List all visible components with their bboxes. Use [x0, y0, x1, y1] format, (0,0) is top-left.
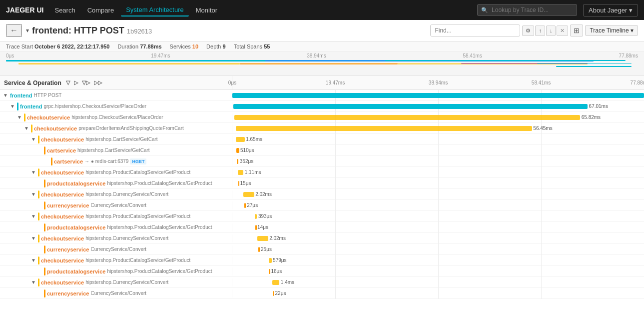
tl-tick-4: 77.88ms: [631, 80, 644, 86]
collapse-icon[interactable]: ▾: [26, 27, 29, 34]
trace-id-input[interactable]: [477, 4, 577, 16]
span-service-name: checkoutservice: [27, 114, 70, 120]
span-operation: hipstershop.CartService/GetCart: [85, 136, 158, 142]
span-label-col: ▼checkoutservicehipstershop.ProductCatal…: [0, 168, 232, 176]
span-toggle[interactable]: ▼: [23, 126, 30, 131]
find-input[interactable]: [430, 24, 520, 36]
find-prev-button[interactable]: ↑: [535, 26, 545, 36]
span-operation: hipstershop.ProductCatalogService/GetPro…: [85, 214, 190, 219]
span-operation: CurrencyService/Convert: [90, 290, 146, 296]
col-arrow-1[interactable]: ▽: [64, 78, 71, 87]
timeline-mode-button[interactable]: Trace Timeline ▾: [585, 25, 638, 36]
table-row: currencyserviceCurrencyService/Convert27…: [0, 200, 644, 211]
span-bar: [237, 159, 239, 164]
nav-system-architecture[interactable]: System Architecture: [121, 4, 189, 16]
trace-id: 1b92613: [127, 28, 152, 35]
span-toggle[interactable]: ▼: [9, 104, 16, 109]
span-bar: [258, 247, 260, 252]
col-arrow-2[interactable]: ▷: [72, 78, 79, 87]
span-duration: 1.11ms: [245, 170, 261, 175]
span-bar-col: 352μs: [232, 156, 644, 167]
nav-monitor[interactable]: Monitor: [191, 4, 222, 16]
back-button[interactable]: ←: [6, 24, 22, 37]
trace-depth: Depth 9: [206, 44, 226, 50]
span-toggle[interactable]: ▼: [30, 192, 37, 197]
span-bar: [236, 126, 532, 131]
table-row: ▼checkoutservicehipstershop.ProductCatal…: [0, 167, 644, 178]
table-row: ▼frontendgrpc.hipstershop.CheckoutServic…: [0, 101, 644, 112]
span-service-name: checkoutservice: [34, 126, 77, 132]
table-row: ▼frontendHTTP POST: [0, 90, 644, 101]
span-operation: hipstershop.CheckoutService/PlaceOrder: [71, 114, 163, 120]
span-service-name: currencyservice: [47, 202, 89, 208]
span-toggle[interactable]: ▼: [30, 280, 37, 285]
span-toggle[interactable]: ▼: [30, 236, 37, 241]
find-next-button[interactable]: ↓: [546, 26, 556, 36]
table-row: ▼checkoutservicehipstershop.ProductCatal…: [0, 211, 644, 222]
span-bar: [243, 192, 254, 197]
span-bar-col: 16μs: [232, 266, 644, 277]
span-duration: 67.01ms: [589, 104, 608, 109]
span-duration: 2.02ms: [269, 236, 286, 241]
table-row: ▼checkoutservicehipstershop.CurrencyServ…: [0, 233, 644, 244]
nav-brand: JAEGER UI: [6, 6, 43, 14]
spans-container: ▼frontendHTTP POST▼frontendgrpc.hipsters…: [0, 90, 644, 312]
about-jaeger-button[interactable]: About Jaeger ▾: [583, 4, 638, 16]
span-operation: prepareOrderItemsAndShippingQuoteFromCar…: [78, 126, 184, 131]
span-bar-col: 2.02ms: [232, 233, 644, 244]
span-bar: [255, 214, 257, 219]
span-label-col: ▼checkoutservicehipstershop.ProductCatal…: [0, 212, 232, 220]
table-row: ▼checkoutservicehipstershop.CheckoutServ…: [0, 112, 644, 123]
find-settings-button[interactable]: ⚙: [522, 26, 534, 36]
span-label-col: cartservice→ ● redis-cart:6379HGET: [0, 158, 232, 166]
col-arrow-4[interactable]: ▷▷: [92, 78, 103, 87]
nav-search[interactable]: Search: [49, 4, 80, 16]
span-tag: HGET: [130, 158, 146, 164]
span-toggle[interactable]: ▼: [30, 258, 37, 263]
span-bar: [272, 280, 280, 285]
trace-meta: Trace Start October 6 2022, 22:12:17.950…: [0, 42, 644, 52]
grid-view-button[interactable]: ⊞: [570, 24, 583, 36]
span-bar-col: 15μs: [232, 178, 644, 189]
span-bar-col: 56.45ms: [232, 123, 644, 134]
col-arrow-3[interactable]: ▽▷: [80, 78, 91, 87]
tl-tick-3: 58.41ms: [532, 80, 551, 86]
span-bar-col: 22μs: [232, 288, 644, 299]
trace-start-label: Trace Start October 6 2022, 22:12:17.950: [6, 44, 110, 50]
span-service-name: checkoutservice: [41, 136, 84, 142]
span-toggle[interactable]: ▼: [2, 92, 9, 98]
nav-compare[interactable]: Compare: [82, 4, 119, 16]
find-close-button[interactable]: ✕: [557, 26, 568, 36]
span-bar-col: 579μs: [232, 255, 644, 266]
trace-total-spans: Total Spans 55: [234, 44, 270, 50]
table-row: ▼checkoutservicehipstershop.CurrencyServ…: [0, 189, 644, 200]
span-bar: [232, 93, 644, 98]
span-service-name: currencyservice: [47, 246, 89, 252]
span-operation: hipstershop.ProductCatalogService/GetPro…: [85, 170, 190, 175]
trace-services: Services 10: [170, 44, 199, 50]
span-label-col: ▼checkoutservicehipstershop.CurrencyServ…: [0, 234, 232, 242]
span-duration: 25μs: [261, 247, 272, 252]
span-toggle[interactable]: ▼: [30, 170, 37, 175]
span-toggle[interactable]: ▼: [16, 114, 23, 120]
span-toggle[interactable]: ▼: [30, 136, 37, 142]
span-operation: hipstershop.ProductCatalogService/GetPro…: [107, 180, 212, 186]
tl-tick-2: 38.94ms: [429, 80, 448, 86]
depth-value: 9: [223, 44, 226, 50]
span-duration: 56.45ms: [533, 126, 552, 131]
span-bar-col: 25μs: [232, 244, 644, 255]
span-duration: 1.65ms: [246, 137, 262, 142]
table-row: ▼checkoutserviceprepareOrderItemsAndShip…: [0, 123, 644, 134]
span-label-col: cartservicehipstershop.CartService/GetCa…: [0, 146, 232, 154]
span-bar-col: 14μs: [232, 222, 644, 233]
mini-bars-area: [6, 58, 638, 72]
span-bar: [233, 104, 588, 109]
span-bar-col: 510μs: [232, 145, 644, 156]
search-icon: 🔍: [481, 7, 488, 14]
span-service-name: cartservice: [54, 158, 83, 164]
span-operation: HTTP POST: [34, 92, 62, 98]
span-operation: hipstershop.CurrencyService/Convert: [85, 236, 168, 241]
span-label-col: currencyserviceCurrencyService/Convert: [0, 202, 232, 210]
span-toggle[interactable]: ▼: [30, 214, 37, 219]
span-label-col: ▼checkoutservicehipstershop.CurrencyServ…: [0, 190, 232, 198]
